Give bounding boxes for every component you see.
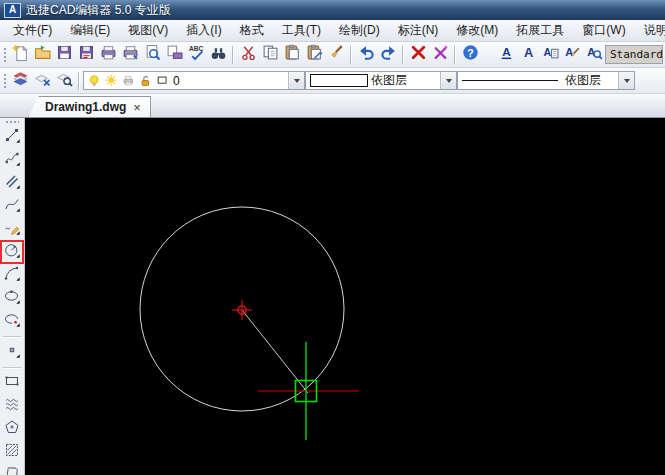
- rectangle-tool-icon: [4, 373, 20, 393]
- rectangle-tool-button[interactable]: [2, 373, 22, 393]
- text-style-button[interactable]: A: [539, 44, 561, 66]
- color-combo-dropdown-arrow[interactable]: [440, 72, 456, 89]
- linetype-combo[interactable]: 依图层: [457, 71, 635, 90]
- print-preview-button[interactable]: [141, 44, 163, 66]
- text-underline-icon: A: [498, 44, 515, 65]
- ellipse-tool-button[interactable]: [2, 288, 22, 308]
- format-painter-button[interactable]: [325, 44, 347, 66]
- toolbar-drag-handle[interactable]: [2, 46, 6, 64]
- toolbar-drag-handle[interactable]: [2, 72, 6, 90]
- circle-tool-button[interactable]: [2, 242, 22, 262]
- ellipse-arc-tool-button[interactable]: [2, 311, 22, 331]
- title-bar: A 迅捷CAD编辑器 5.0 专业版: [0, 0, 665, 20]
- save-as-dwg-button[interactable]: [75, 44, 97, 66]
- draw-tool-palette: [0, 118, 25, 475]
- swatch-icon[interactable]: [156, 74, 170, 88]
- text-underline-button[interactable]: A: [495, 44, 517, 66]
- point-tool-button[interactable]: [2, 342, 22, 362]
- find-button[interactable]: [207, 44, 229, 66]
- paste-special-button[interactable]: [303, 44, 325, 66]
- save-button[interactable]: [53, 44, 75, 66]
- find-icon: [210, 44, 227, 65]
- find-text-button[interactable]: A: [583, 44, 605, 66]
- printer-gray-icon[interactable]: [122, 74, 136, 88]
- drawing-viewport: [25, 118, 665, 475]
- svg-text:?: ?: [467, 47, 474, 59]
- double-line-tool-button[interactable]: [2, 173, 22, 193]
- polygon-tool-icon: [4, 419, 20, 439]
- help-button[interactable]: ?: [459, 44, 481, 66]
- menu-item-draw[interactable]: 绘制(D): [330, 20, 389, 41]
- new-file-icon: [12, 44, 29, 65]
- spline-tool-button[interactable]: [2, 196, 22, 216]
- color-combo-value: 依图层: [371, 72, 407, 89]
- bulb-icon[interactable]: [88, 74, 102, 88]
- menu-item-help[interactable]: 说明(H): [635, 20, 665, 41]
- polyline-tool-button[interactable]: [2, 150, 22, 170]
- tab-close-icon[interactable]: ×: [133, 101, 141, 114]
- region-tool-button[interactable]: [2, 465, 22, 475]
- layer-combo-dropdown-arrow[interactable]: [288, 72, 304, 89]
- menu-item-insert[interactable]: 插入(I): [177, 20, 230, 41]
- arc-tool-button[interactable]: [2, 265, 22, 285]
- copy-icon: [262, 44, 279, 65]
- copy-button[interactable]: [259, 44, 281, 66]
- polygon-tool-button[interactable]: [2, 419, 22, 439]
- sketch-tool-button[interactable]: [2, 219, 22, 239]
- palette-drag-handle[interactable]: [5, 120, 19, 124]
- menu-item-file[interactable]: 文件(F): [4, 20, 61, 41]
- quick-print-button[interactable]: [119, 44, 141, 66]
- text-style-combo[interactable]: Standard: [605, 45, 663, 64]
- menu-item-edit[interactable]: 编辑(E): [61, 20, 119, 41]
- edit-text-button[interactable]: A: [561, 44, 583, 66]
- print-button[interactable]: [97, 44, 119, 66]
- text-style-icon: A: [542, 44, 559, 65]
- format-painter-icon: [328, 44, 345, 65]
- layer-off-button[interactable]: [31, 70, 53, 92]
- sun-icon[interactable]: [105, 74, 119, 88]
- tab-drawing1[interactable]: Drawing1.dwg ×: [28, 96, 151, 117]
- toolbar-separator: [402, 46, 404, 64]
- menu-item-view[interactable]: 视图(V): [119, 20, 177, 41]
- layers-icon: [12, 70, 29, 91]
- text-find-icon: A: [586, 44, 603, 65]
- layer-combo-value: 0: [173, 74, 180, 88]
- window-title: 迅捷CAD编辑器 5.0 专业版: [26, 2, 171, 19]
- menu-item-format[interactable]: 格式: [231, 20, 273, 41]
- layer-off-icon: [34, 70, 51, 91]
- new-file-button[interactable]: [9, 44, 31, 66]
- menu-item-tools[interactable]: 工具(T): [273, 20, 330, 41]
- menu-item-express[interactable]: 拓展工具: [507, 20, 573, 41]
- revision-cloud-tool-button[interactable]: [2, 396, 22, 416]
- menu-item-window[interactable]: 窗口(W): [573, 20, 634, 41]
- circle-tool-icon: [4, 242, 20, 262]
- color-combo[interactable]: 依图层: [305, 71, 457, 90]
- drawing-canvas[interactable]: [25, 118, 665, 475]
- hatch-tool-button[interactable]: [2, 442, 22, 462]
- toolbar-separator: [78, 72, 80, 90]
- spline-tool-icon: [4, 196, 20, 216]
- paste-button[interactable]: [281, 44, 303, 66]
- layer-properties-button[interactable]: [53, 70, 75, 92]
- save-as-icon: [78, 44, 95, 65]
- undo-button[interactable]: [355, 44, 377, 66]
- linetype-combo-dropdown-arrow[interactable]: [618, 72, 634, 89]
- redo-button[interactable]: [377, 44, 399, 66]
- single-line-text-button[interactable]: A: [517, 44, 539, 66]
- layer-manager-button[interactable]: [9, 70, 31, 92]
- layer-combo[interactable]: 0: [83, 71, 305, 90]
- lock-open-icon[interactable]: [139, 74, 153, 88]
- delete-button[interactable]: [407, 44, 429, 66]
- plot-button[interactable]: [163, 44, 185, 66]
- print-icon: [100, 44, 117, 65]
- text-style-combo-value: Standard: [610, 48, 663, 61]
- palette-separator: [3, 367, 21, 369]
- redo-icon: [380, 44, 397, 65]
- menu-item-dimension[interactable]: 标注(N): [389, 20, 448, 41]
- menu-item-modify[interactable]: 修改(M): [447, 20, 507, 41]
- spell-check-button[interactable]: ABC: [185, 44, 207, 66]
- cut-button[interactable]: [237, 44, 259, 66]
- open-file-button[interactable]: [31, 44, 53, 66]
- purge-button[interactable]: [429, 44, 451, 66]
- line-tool-button[interactable]: [2, 127, 22, 147]
